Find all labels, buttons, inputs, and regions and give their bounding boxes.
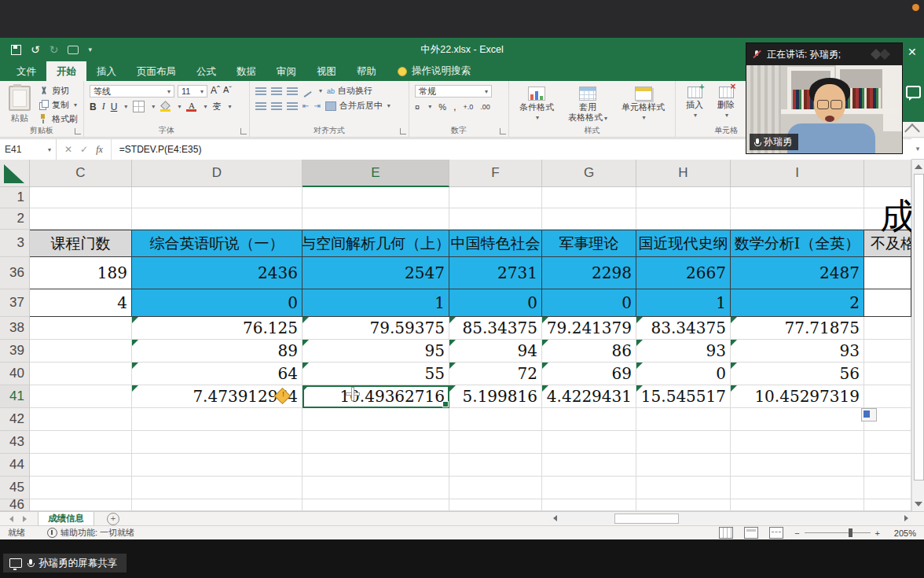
scroll-down-icon[interactable] xyxy=(915,502,922,506)
cell-F40[interactable]: 72 xyxy=(449,363,542,385)
cell-E36[interactable]: 2547 xyxy=(302,257,449,289)
row-header-40[interactable]: 40 xyxy=(0,363,30,385)
font-color-button[interactable]: A xyxy=(186,101,196,112)
fill-color-button[interactable] xyxy=(160,101,170,112)
cell-H37[interactable]: 1 xyxy=(636,289,731,317)
cell-G42[interactable] xyxy=(542,408,636,431)
paste-button[interactable]: 粘贴 xyxy=(6,85,34,125)
cell-C3[interactable]: 课程门数 xyxy=(30,230,132,257)
fill-handle[interactable] xyxy=(442,401,449,407)
cell-J44[interactable] xyxy=(864,454,911,477)
bold-button[interactable]: B xyxy=(90,101,97,112)
cell-I44[interactable] xyxy=(731,454,864,477)
cut-button[interactable]: 剪切 xyxy=(38,85,78,97)
enter-formula-icon[interactable]: ✓ xyxy=(80,144,88,155)
row-header-44[interactable]: 44 xyxy=(0,454,30,477)
cell-G39[interactable]: 86 xyxy=(542,340,636,363)
cell-F39[interactable]: 94 xyxy=(449,340,542,363)
touch-mode-icon[interactable] xyxy=(68,46,79,54)
align-bottom-icon[interactable] xyxy=(287,87,298,95)
underline-button[interactable]: U xyxy=(111,101,118,112)
cell-H41[interactable]: 15.545517 xyxy=(636,385,731,408)
zoom-slider[interactable] xyxy=(805,532,871,533)
cell-E43[interactable] xyxy=(302,431,449,454)
cell-D46[interactable] xyxy=(132,499,302,511)
cell-C2[interactable] xyxy=(30,208,132,230)
cell-G43[interactable] xyxy=(542,431,636,454)
ribbon-tab-开始[interactable]: 开始 xyxy=(46,61,86,81)
cell-I39[interactable]: 93 xyxy=(731,340,864,363)
vertical-scrollbar[interactable] xyxy=(911,160,924,511)
cell-E45[interactable] xyxy=(302,477,449,499)
cell-I2[interactable] xyxy=(731,208,864,230)
column-header-H[interactable]: H xyxy=(636,160,731,187)
cell-D42[interactable] xyxy=(132,408,302,431)
column-header-partial[interactable] xyxy=(864,160,911,187)
row-header-36[interactable]: 36 xyxy=(0,257,30,289)
increase-indent-icon[interactable]: ⇥ xyxy=(314,101,320,110)
sheet-nav-prev-icon[interactable] xyxy=(9,516,13,522)
chat-bubble-icon[interactable] xyxy=(906,86,921,98)
column-header-I[interactable]: I xyxy=(731,160,864,187)
row-header-43[interactable]: 43 xyxy=(0,431,30,454)
cell-G37[interactable]: 0 xyxy=(542,289,636,317)
cell-G1[interactable] xyxy=(542,187,636,208)
cell-D43[interactable] xyxy=(132,431,302,454)
cancel-formula-icon[interactable]: ✕ xyxy=(64,144,72,155)
column-header-C[interactable]: C xyxy=(30,160,132,187)
cell-G45[interactable] xyxy=(542,477,636,499)
cell-I37[interactable]: 2 xyxy=(731,289,864,317)
row-header-42[interactable]: 42 xyxy=(0,408,30,431)
italic-button[interactable]: I xyxy=(102,101,105,112)
conditional-formatting-button[interactable]: 条件格式▾ xyxy=(515,85,559,125)
comma-button[interactable]: , xyxy=(453,101,456,112)
column-header-G[interactable]: G xyxy=(542,160,636,187)
cell-G3[interactable]: 军事理论 xyxy=(542,230,636,257)
row-header-45[interactable]: 45 xyxy=(0,477,30,499)
cell-D44[interactable] xyxy=(132,454,302,477)
cell-I43[interactable] xyxy=(731,431,864,454)
scroll-right-icon[interactable] xyxy=(904,515,908,521)
cell-E38[interactable]: 79.59375 xyxy=(302,317,449,340)
cell-H39[interactable]: 93 xyxy=(636,340,731,363)
font-size-select[interactable]: 11▾ xyxy=(178,85,207,98)
qat-customize-icon[interactable]: ▾ xyxy=(88,46,92,53)
row-header-41[interactable]: 41 xyxy=(0,385,30,408)
clipboard-dialog-launcher[interactable] xyxy=(75,128,81,134)
screen-share-indicator[interactable]: 孙瑞勇的屏幕共享 xyxy=(3,554,126,572)
accounting-format-button[interactable]: ¤ xyxy=(415,102,420,112)
cell-E2[interactable] xyxy=(302,208,449,230)
row-header-3[interactable]: 3 xyxy=(0,230,30,257)
decrease-decimal-button[interactable]: .00 xyxy=(480,103,490,111)
sheet-tab-active[interactable]: 成绩信息 xyxy=(38,512,94,526)
format-painter-button[interactable]: 格式刷 xyxy=(38,113,78,125)
cell-E39[interactable]: 95 xyxy=(302,340,449,363)
cell-J41[interactable] xyxy=(864,385,911,408)
cell-G38[interactable]: 79.241379 xyxy=(542,317,636,340)
cell-F36[interactable]: 2731 xyxy=(449,257,542,289)
insert-cells-button[interactable]: 插入▾ xyxy=(681,85,708,125)
grow-font-button[interactable]: Aˆ xyxy=(211,85,220,98)
cell-E41[interactable]: 10.49362716 xyxy=(302,385,449,408)
cell-C41[interactable] xyxy=(30,385,132,408)
cell-G40[interactable]: 69 xyxy=(542,363,636,385)
cell-D2[interactable] xyxy=(132,208,302,230)
cell-G2[interactable] xyxy=(542,208,636,230)
cell-H40[interactable]: 0 xyxy=(636,363,731,385)
cell-J45[interactable] xyxy=(864,477,911,499)
cell-C42[interactable] xyxy=(30,408,132,431)
shrink-font-button[interactable]: Aˇ xyxy=(223,85,232,98)
row-header-38[interactable]: 38 xyxy=(0,317,30,340)
cell-F3[interactable]: 中国特色社会 xyxy=(449,230,542,257)
page-break-view-icon[interactable] xyxy=(769,527,783,539)
row-header-37[interactable]: 37 xyxy=(0,289,30,317)
name-box[interactable]: E41▾ xyxy=(0,139,57,160)
cell-I46[interactable] xyxy=(731,499,864,511)
formula-bar-expand-icon[interactable]: ▾ xyxy=(911,138,924,160)
ribbon-tab-页面布局[interactable]: 页面布局 xyxy=(126,61,186,81)
cell-C38[interactable] xyxy=(30,317,132,340)
cell-G36[interactable]: 2298 xyxy=(542,257,636,289)
undo-icon[interactable]: ↺ xyxy=(31,44,40,55)
cell-D37[interactable]: 0 xyxy=(132,289,302,317)
cell-F38[interactable]: 85.34375 xyxy=(449,317,542,340)
